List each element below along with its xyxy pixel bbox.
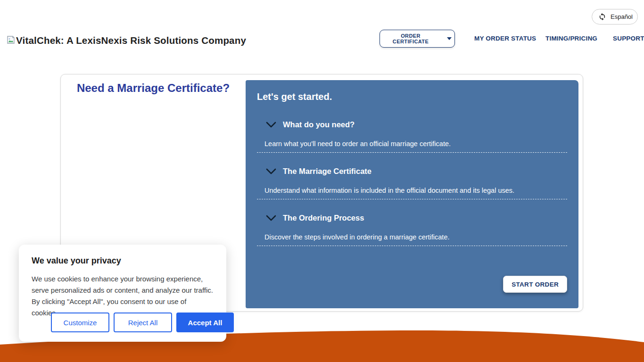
page: Español VitalChek: A LexisNexis Risk Sol… <box>0 0 644 362</box>
cookie-actions: Customize Reject All Accept All <box>51 313 234 332</box>
panel-title: Let's get started. <box>257 91 567 102</box>
accordion-toggle-what-you-need[interactable]: What do you need? <box>266 120 567 129</box>
logo[interactable]: VitalChek: A LexisNexis Risk Solutions C… <box>7 35 246 46</box>
caret-down-icon <box>447 37 452 40</box>
page-title: Need a Marriage Certificate? <box>61 82 246 95</box>
customize-button[interactable]: Customize <box>51 313 109 332</box>
cookie-consent-dialog: We value your privacy We use cookies to … <box>19 245 226 342</box>
language-label: Español <box>611 13 633 20</box>
logo-alt-text: VitalChek: A LexisNexis Risk Solutions C… <box>16 35 246 46</box>
language-toggle-button[interactable]: Español <box>592 9 638 25</box>
accordion-description: Learn what you'll need to order an offic… <box>264 140 567 148</box>
broken-image-icon <box>7 36 15 44</box>
order-certificate-button[interactable]: ORDER CERTIFICATE <box>380 30 455 48</box>
accordion-toggle-marriage-certificate[interactable]: The Marriage Certificate <box>266 167 567 176</box>
nav-support[interactable]: SUPPORT <box>613 35 644 42</box>
accordion-title: The Ordering Process <box>283 214 364 222</box>
accordion-item-what-you-need: What do you need? Learn what you'll need… <box>257 120 567 153</box>
order-certificate-label: ORDER CERTIFICATE <box>383 33 438 44</box>
nav-my-order-status[interactable]: MY ORDER STATUS <box>474 35 536 42</box>
accordion-title: What do you need? <box>283 120 355 129</box>
start-order-button[interactable]: START ORDER <box>503 276 567 293</box>
cookie-body: We use cookies to enhance your browsing … <box>32 273 214 319</box>
accept-all-button[interactable]: Accept All <box>176 313 234 332</box>
accordion-description: Understand what information is included … <box>264 187 567 194</box>
chevron-down-icon <box>266 215 276 221</box>
accordion-toggle-ordering-process[interactable]: The Ordering Process <box>266 214 567 222</box>
nav-timing-pricing[interactable]: TIMING/PRICING <box>545 35 597 42</box>
cookie-title: We value your privacy <box>32 256 214 266</box>
chevron-down-icon <box>266 168 276 174</box>
accordion-description: Discover the steps involved in ordering … <box>264 233 567 241</box>
accordion-title: The Marriage Certificate <box>283 167 372 176</box>
reject-all-button[interactable]: Reject All <box>114 313 172 332</box>
get-started-panel: Let's get started. What do you need? Lea… <box>246 80 578 308</box>
accordion-item-ordering-process: The Ordering Process Discover the steps … <box>257 214 567 246</box>
chevron-down-icon <box>266 122 276 128</box>
accordion-item-marriage-certificate: The Marriage Certificate Understand what… <box>257 167 567 199</box>
sync-icon <box>598 13 606 21</box>
